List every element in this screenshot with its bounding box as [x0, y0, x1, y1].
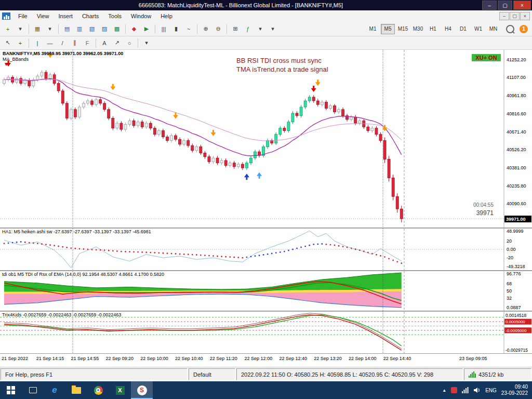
- volume-icon[interactable]: [473, 387, 481, 393]
- timeframe-button-h1[interactable]: H1: [426, 24, 440, 34]
- timeframe-button-m5[interactable]: M5: [381, 24, 395, 34]
- data-window-button[interactable]: ▥: [73, 23, 86, 35]
- timeframe-button-mn[interactable]: MN: [486, 24, 500, 34]
- menu-charts[interactable]: Charts: [77, 11, 103, 21]
- periods-dropdown[interactable]: ▾: [254, 23, 267, 35]
- timeframe-button-h4[interactable]: H4: [441, 24, 455, 34]
- explorer-icon: [72, 387, 81, 394]
- zoom-in-button[interactable]: ⊕: [200, 23, 212, 35]
- main-price-chart[interactable]: 41252.2041107.0040961.8040816.6040671.40…: [0, 50, 532, 228]
- svg-text:40961.80: 40961.80: [507, 93, 526, 98]
- excel-icon: X: [116, 386, 125, 395]
- shapes-tool[interactable]: ○: [123, 37, 136, 49]
- arrows-tool[interactable]: ↗: [111, 37, 123, 49]
- new-order-button[interactable]: ◆: [128, 23, 140, 35]
- system-tray: ▲ ENG 09:40 23-09-2022: [442, 384, 532, 396]
- clock[interactable]: 09:40 23-09-2022: [501, 384, 528, 396]
- trendline-tool[interactable]: /: [56, 37, 69, 49]
- menu-file[interactable]: File: [14, 11, 32, 21]
- toolbar-separator: [29, 38, 29, 48]
- taskbar-app-chrome[interactable]: [87, 381, 109, 399]
- terminal-button[interactable]: ▨: [98, 23, 111, 35]
- profiles-button[interactable]: ▦: [31, 23, 44, 35]
- heiken-ashi-pane[interactable]: 48.9999200.00-20-49.3218: [0, 229, 532, 270]
- crosshair-tool[interactable]: +: [14, 37, 26, 49]
- bars-chart-button[interactable]: |||: [157, 23, 170, 35]
- timeframe-button-d1[interactable]: D1: [456, 24, 470, 34]
- zoom-out-button[interactable]: ⊖: [212, 23, 224, 35]
- xu-toggle-button[interactable]: XU+ ON: [472, 54, 501, 61]
- indicator-quick-dropdown[interactable]: ▾: [140, 37, 153, 49]
- timeframe-button-w1[interactable]: W1: [471, 24, 485, 34]
- restore-button[interactable]: ▢: [498, 1, 512, 10]
- tile-windows-button[interactable]: ⊞: [229, 23, 242, 35]
- menu-tools[interactable]: Tools: [103, 11, 126, 21]
- notification-badge[interactable]: 1: [520, 25, 528, 33]
- timeframe-button-m30[interactable]: M30: [411, 24, 425, 34]
- svg-text:39971.00: 39971.00: [506, 217, 526, 222]
- autotrading-button[interactable]: ▶: [140, 23, 153, 35]
- task-view-button[interactable]: [22, 381, 44, 399]
- network-icon[interactable]: [462, 387, 469, 393]
- clock-time: 09:40: [501, 384, 528, 390]
- child-close-button[interactable]: ×: [520, 12, 530, 20]
- chrome-icon: [94, 386, 103, 395]
- text-tool[interactable]: A: [98, 37, 111, 49]
- toolbar-separator: [197, 24, 197, 34]
- taskbar-app-edge[interactable]: e: [44, 381, 65, 399]
- profiles-dropdown[interactable]: ▾: [44, 23, 56, 35]
- toolbar-separator: [58, 24, 59, 34]
- close-button[interactable]: ×: [513, 1, 531, 10]
- horizontal-line-tool[interactable]: —: [44, 37, 56, 49]
- svg-text:41252.20: 41252.20: [507, 57, 526, 62]
- navigator-button[interactable]: ▧: [86, 23, 98, 35]
- time-axis-label: 22 Sep 09:20: [105, 356, 134, 361]
- minimize-button[interactable]: –: [482, 1, 497, 10]
- channel-tool[interactable]: ∥: [69, 37, 81, 49]
- strategy-tester-button[interactable]: ▩: [111, 23, 123, 35]
- menu-view[interactable]: View: [32, 11, 54, 21]
- hidden-icons-chevron[interactable]: ▲: [442, 388, 446, 393]
- svg-text:40381.00: 40381.00: [507, 165, 526, 170]
- antivirus-icon[interactable]: [451, 387, 457, 393]
- templates-dropdown[interactable]: ▾: [267, 23, 279, 35]
- child-minimize-button[interactable]: –: [499, 12, 509, 20]
- task-view-icon: [29, 387, 37, 393]
- status-bar: For Help, press F1 Default 2022.09.22 11…: [0, 367, 532, 381]
- svg-text:40816.60: 40816.60: [507, 111, 526, 116]
- fibonacci-tool[interactable]: F: [81, 37, 94, 49]
- language-indicator[interactable]: ENG: [485, 388, 497, 393]
- svg-text:40526.20: 40526.20: [507, 147, 526, 152]
- start-button[interactable]: [0, 381, 22, 399]
- trix-pane[interactable]: 0.0014518-0.00297150.0005000-0.0005000: [0, 312, 532, 353]
- data-usage-text: 4351/2 kb: [478, 371, 503, 378]
- line-chart-button[interactable]: ~: [182, 23, 195, 35]
- menu-insert[interactable]: Insert: [54, 11, 77, 21]
- tdi-pane[interactable]: 96.7766850320.0887: [0, 271, 532, 311]
- toolbar-separator: [125, 24, 126, 34]
- time-axis-label: 22 Sep 12:00: [245, 356, 273, 361]
- indicators-button[interactable]: ƒ: [242, 23, 254, 35]
- timeframe-button-m1[interactable]: M1: [366, 24, 380, 34]
- toolbar-separator: [96, 38, 96, 48]
- svg-text:0.0014518: 0.0014518: [506, 313, 526, 318]
- timeframe-button-m15[interactable]: M15: [396, 24, 410, 34]
- svg-text:39971: 39971: [476, 209, 494, 217]
- status-profile[interactable]: Default: [189, 368, 235, 380]
- time-axis[interactable]: 21 Sep 202221 Sep 14:1521 Sep 14:5522 Se…: [0, 353, 532, 367]
- market-watch-button[interactable]: ▤: [61, 23, 73, 35]
- time-axis-label: 23 Sep 09:05: [459, 356, 487, 361]
- menu-bar: File View Insert Charts Tools Window Hel…: [0, 10, 532, 22]
- search-icon[interactable]: [506, 25, 514, 33]
- cursor-tool[interactable]: ↖: [2, 37, 14, 49]
- taskbar-app-excel[interactable]: X: [109, 381, 131, 399]
- new-chart-button[interactable]: +: [2, 23, 14, 35]
- menu-help[interactable]: Help: [156, 11, 177, 21]
- taskbar-app-metatrader[interactable]: S: [131, 381, 153, 399]
- vertical-line-tool[interactable]: |: [31, 37, 44, 49]
- new-chart-dropdown[interactable]: ▾: [14, 23, 26, 35]
- candlestick-chart-button[interactable]: ▮: [170, 23, 182, 35]
- menu-window[interactable]: Window: [126, 11, 156, 21]
- child-restore-button[interactable]: ▢: [510, 12, 520, 20]
- taskbar-app-explorer[interactable]: [65, 381, 87, 399]
